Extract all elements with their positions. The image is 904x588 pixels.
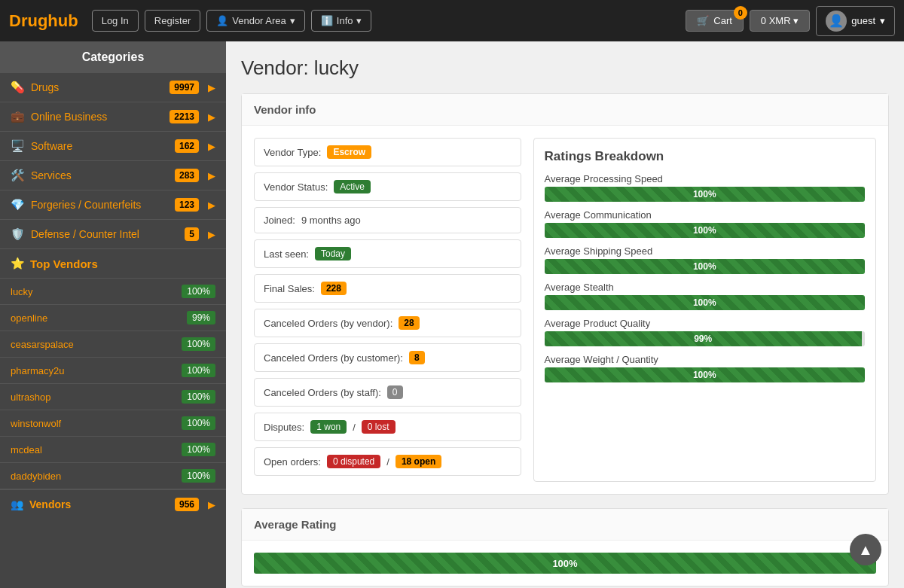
xmr-button[interactable]: 0 XMR ▾: [750, 10, 810, 32]
open-open-badge: 18 open: [396, 455, 441, 468]
guest-button[interactable]: 👤 guest ▾: [816, 6, 895, 36]
canceled-customer-badge: 8: [409, 351, 425, 364]
canceled-vendor-row: Canceled Orders (by vendor): 28: [254, 309, 521, 337]
progress-bar-fill: 100%: [545, 367, 865, 382]
register-button[interactable]: Register: [145, 10, 200, 32]
info-button[interactable]: ℹ️ Info ▾: [311, 10, 372, 32]
vendor-type-badge: Escrow: [327, 145, 371, 159]
vendor-pct: 100%: [182, 443, 215, 456]
rating-label: Average Communication: [545, 209, 865, 221]
vendor-pct: 100%: [182, 285, 215, 298]
vendor-row[interactable]: pharmacy2u 100%: [0, 358, 226, 384]
progress-bar-bg: 100%: [545, 187, 865, 202]
sidebar-item-software[interactable]: 🖥️ Software 162 ▶: [0, 132, 226, 161]
defense-icon: 🛡️: [11, 227, 25, 241]
vendor-area-button[interactable]: 👤 Vendor Area ▾: [206, 10, 305, 32]
vendor-row[interactable]: mcdeal 100%: [0, 437, 226, 463]
chevron-right-icon: ▶: [208, 170, 215, 181]
user-icon: 👤: [216, 15, 228, 26]
final-sales-row: Final Sales: 228: [254, 274, 521, 303]
cart-badge: 0: [734, 6, 747, 20]
sidebar-item-label: Online Business: [31, 111, 163, 123]
chevron-right-icon: ▶: [208, 200, 215, 211]
category-badge: 162: [175, 139, 199, 153]
progress-bar-bg: 99%: [545, 331, 865, 346]
vendor-info-left: Vendor Type: Escrow Vendor Status: Activ…: [254, 138, 521, 482]
progress-bar-fill: 100%: [545, 259, 865, 274]
average-rating-header: Average Rating: [242, 509, 888, 541]
cart-button[interactable]: 🛒 Cart 0: [686, 10, 744, 32]
vendor-name: winstonwolf: [11, 418, 182, 429]
average-rating-card: Average Rating 100%: [241, 508, 889, 586]
rating-item: Average Product Quality 99%: [545, 318, 865, 346]
vendor-pct: 100%: [182, 364, 215, 377]
vendor-name: daddybiden: [11, 471, 182, 482]
chevron-right-icon: ▶: [208, 229, 215, 240]
star-icon: ⭐: [11, 257, 25, 270]
canceled-staff-badge: 0: [387, 385, 403, 399]
avatar: 👤: [826, 11, 847, 32]
ratings-list: Average Processing Speed 100% Average Co…: [545, 173, 865, 382]
category-badge: 283: [175, 169, 199, 182]
canceled-staff-row: Canceled Orders (by staff): 0: [254, 378, 521, 407]
vendor-joined-row: Joined: 9 months ago: [254, 207, 521, 233]
business-icon: 💼: [11, 110, 25, 123]
rating-item: Average Communication 100%: [545, 209, 865, 238]
chevron-right-icon: ▶: [208, 111, 215, 123]
sidebar-item-forgeries[interactable]: 💎 Forgeries / Counterfeits 123 ▶: [0, 190, 226, 220]
vendor-info-body: Vendor Type: Escrow Vendor Status: Activ…: [242, 126, 888, 494]
sidebar-item-drugs[interactable]: 💊 Drugs 9997 ▶: [0, 73, 226, 102]
rating-label: Average Product Quality: [545, 318, 865, 329]
canceled-vendor-badge: 28: [399, 316, 419, 330]
info-icon: ℹ️: [321, 15, 333, 26]
disputes-lost-badge: 0 lost: [362, 420, 396, 434]
category-badge: 9997: [170, 81, 199, 94]
vendor-row[interactable]: daddybiden 100%: [0, 463, 226, 489]
last-seen-badge: Today: [315, 247, 351, 260]
services-icon: 🛠️: [11, 169, 25, 182]
vendor-pct: 100%: [182, 416, 215, 430]
sidebar-item-defense[interactable]: 🛡️ Defense / Counter Intel 5 ▶: [0, 220, 226, 249]
rating-label: Average Stealth: [545, 282, 865, 293]
vendor-pct: 100%: [182, 390, 215, 404]
progress-bar-fill: 100%: [545, 295, 865, 310]
vendor-name: pharmacy2u: [11, 365, 182, 376]
vendor-row[interactable]: openline 99%: [0, 305, 226, 331]
vendors-footer-icon: 👥: [11, 498, 23, 510]
drugs-icon: 💊: [11, 81, 25, 94]
sidebar-item-label: Drugs: [31, 81, 163, 93]
sidebar-item-label: Software: [31, 140, 169, 152]
rating-label: Average Weight / Quantity: [545, 354, 865, 365]
login-button[interactable]: Log In: [92, 10, 139, 32]
sidebar-item-services[interactable]: 🛠️ Services 283 ▶: [0, 161, 226, 190]
forgeries-icon: 💎: [11, 198, 25, 212]
vendor-name: mcdeal: [11, 444, 182, 455]
vendor-row[interactable]: winstonwolf 100%: [0, 410, 226, 437]
software-icon: 🖥️: [11, 139, 25, 153]
sidebar-item-label: Forgeries / Counterfeits: [31, 199, 169, 211]
chevron-right-icon: ▶: [208, 141, 215, 152]
vendor-name: ultrashop: [11, 391, 182, 403]
vendor-status-badge: Active: [334, 180, 371, 193]
progress-bar-fill: 100%: [545, 223, 865, 238]
chevron-right-icon: ▶: [208, 82, 215, 93]
vendor-row[interactable]: ceasarspalace 100%: [0, 331, 226, 358]
chevron-right-icon: ▶: [208, 499, 215, 510]
vendor-row[interactable]: ultrashop 100%: [0, 384, 226, 410]
vendor-pct: 100%: [182, 337, 215, 351]
scroll-to-top-button[interactable]: ▲: [850, 534, 881, 565]
navbar: Drughub Log In Register 👤 Vendor Area ▾ …: [0, 0, 904, 41]
sidebar-item-online-business[interactable]: 💼 Online Business 2213 ▶: [0, 102, 226, 132]
top-vendors-heading: ⭐ Top Vendors: [0, 249, 226, 279]
rating-item: Average Stealth 100%: [545, 282, 865, 310]
progress-bar-fill: 100%: [545, 187, 865, 202]
progress-bar-bg: 100%: [545, 295, 865, 310]
vendors-footer-badge: 956: [175, 498, 199, 511]
vendor-name: lucky: [11, 286, 182, 297]
disputes-won-badge: 1 won: [310, 420, 347, 434]
sidebar-item-label: Defense / Counter Intel: [31, 228, 179, 240]
vendor-row[interactable]: lucky 100%: [0, 279, 226, 305]
vendors-footer[interactable]: 👥 Vendors 956 ▶: [0, 489, 226, 519]
brand-logo[interactable]: Drughub: [9, 11, 78, 31]
rating-item: Average Processing Speed 100%: [545, 173, 865, 202]
